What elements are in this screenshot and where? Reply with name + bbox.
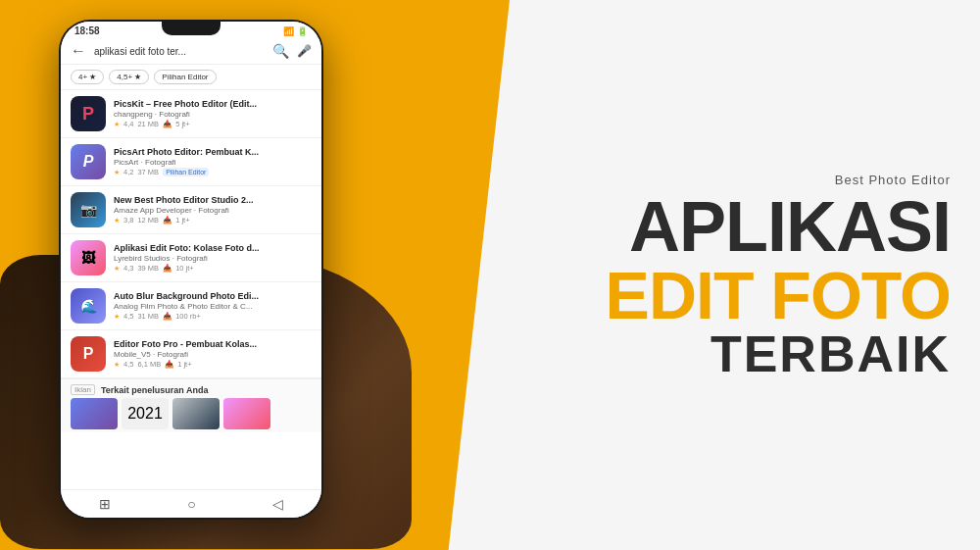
app-name: PicsArt Photo Editor: Pembuat K... <box>114 147 312 157</box>
app-icon-kolase: 🖼 <box>71 240 106 275</box>
app-name: New Best Photo Editor Studio 2... <box>114 195 312 205</box>
title-terbaik: TERBAIK <box>578 327 951 378</box>
app-list: P PicsKit – Free Photo Editor (Edit... c… <box>61 90 321 489</box>
app-developer: changpeng · Fotografi <box>114 110 312 119</box>
nav-home-button[interactable]: ○ <box>187 496 195 512</box>
app-info-autoblur: Auto Blur Background Photo Edi... Analog… <box>114 291 312 321</box>
app-stats: ★ 3,8 12 MB 📥 1 jt+ <box>114 216 312 225</box>
app-info-kolase: Aplikasi Edit Foto: Kolase Foto d... Lyr… <box>114 243 312 273</box>
navigation-bar: ⊞ ○ ◁ <box>61 489 321 518</box>
app-developer: Amaze App Developer · Fotografi <box>114 206 312 215</box>
ad-section: Iklan Terkait penelusuran Anda 2021 <box>61 378 321 432</box>
ad-thumb-1[interactable] <box>71 398 118 429</box>
signal-icon: 📶 <box>283 26 294 36</box>
app-stats: ★ 4,3 39 MB 📥 10 jt+ <box>114 264 312 273</box>
ad-thumb-2[interactable]: 2021 <box>122 398 169 429</box>
list-item[interactable]: 📷 New Best Photo Editor Studio 2... Amaz… <box>61 186 321 234</box>
phone-notch <box>162 20 220 35</box>
list-item[interactable]: 🌊 Auto Blur Background Photo Edi... Anal… <box>61 282 321 330</box>
app-icon-editor-pro: P <box>71 336 106 372</box>
app-stats: ★ 4,4 21 MB 📥 5 jt+ <box>114 120 312 128</box>
ad-thumb-4[interactable] <box>223 398 270 429</box>
app-icon-newbest: 📷 <box>71 192 106 227</box>
filter-chip-editor[interactable]: Pilihan Editor <box>154 70 216 84</box>
app-developer: Analog Film Photo & Photo Editor & C... <box>114 302 312 311</box>
subtitle-best: Best Photo Editor <box>578 172 951 186</box>
list-item[interactable]: 🖼 Aplikasi Edit Foto: Kolase Foto d... L… <box>61 234 321 282</box>
phone-screen: 18:58 📶 🔋 ← aplikasi edit foto ter... 🔍 … <box>61 22 321 518</box>
app-name: Editor Foto Pro - Pembuat Kolas... <box>114 339 312 349</box>
app-developer: Mobile_V5 · Fotografi <box>114 350 312 359</box>
app-icon-picskit: P <box>71 96 106 131</box>
title-aplikasi: APLIKASI <box>578 190 951 261</box>
phone-frame: 18:58 📶 🔋 ← aplikasi edit foto ter... 🔍 … <box>59 20 323 520</box>
filter-chips-row: 4+ ★ 4,5+ ★ Pilihan Editor <box>61 65 321 90</box>
app-name: PicsKit – Free Photo Editor (Edit... <box>114 99 312 109</box>
filter-chip-45star[interactable]: 4,5+ ★ <box>109 70 149 84</box>
app-stats: ★ 4,5 6,1 MB 📥 1 jt+ <box>114 360 312 369</box>
phone-wrapper: 18:58 📶 🔋 ← aplikasi edit foto ter... 🔍 … <box>20 20 372 539</box>
search-query-text: aplikasi edit foto ter... <box>94 46 265 57</box>
ad-title: Terkait penelusuran Anda <box>101 385 209 395</box>
search-bar[interactable]: ← aplikasi edit foto ter... 🔍 🎤 <box>61 38 321 65</box>
hero-text-block: Best Photo Editor APLIKASI EDIT FOTO TER… <box>578 172 951 378</box>
ad-label: Iklan <box>71 384 95 395</box>
ad-thumbnails: 2021 <box>71 398 312 429</box>
battery-icon: 🔋 <box>297 26 308 36</box>
nav-back-icon[interactable]: ◁ <box>272 496 283 512</box>
app-stats: ★ 4,2 37 MB Pilihan Editor <box>114 168 312 176</box>
list-item[interactable]: P Editor Foto Pro - Pembuat Kolas... Mob… <box>61 330 321 378</box>
title-edit-foto: EDIT FOTO <box>578 261 951 327</box>
nav-home-icon[interactable]: ⊞ <box>99 496 111 512</box>
back-button[interactable]: ← <box>71 42 86 60</box>
app-name: Aplikasi Edit Foto: Kolase Foto d... <box>114 243 312 253</box>
filter-chip-4star[interactable]: 4+ ★ <box>71 70 104 84</box>
status-icons: 📶 🔋 <box>283 26 308 36</box>
app-icon-autoblur: 🌊 <box>71 288 106 324</box>
list-item[interactable]: P PicsKit – Free Photo Editor (Edit... c… <box>61 90 321 138</box>
search-icon[interactable]: 🔍 <box>272 43 289 59</box>
list-item[interactable]: P PicsArt Photo Editor: Pembuat K... Pic… <box>61 138 321 186</box>
app-developer: Lyrebird Studios · Fotografi <box>114 254 312 263</box>
app-name: Auto Blur Background Photo Edi... <box>114 291 312 301</box>
app-info-editor-pro: Editor Foto Pro - Pembuat Kolas... Mobil… <box>114 339 312 369</box>
status-time: 18:58 <box>74 25 100 36</box>
mic-icon[interactable]: 🎤 <box>297 44 312 58</box>
app-info-picskit: PicsKit – Free Photo Editor (Edit... cha… <box>114 99 312 128</box>
app-info-newbest: New Best Photo Editor Studio 2... Amaze … <box>114 195 312 225</box>
app-info-picsart: PicsArt Photo Editor: Pembuat K... PicsA… <box>114 147 312 176</box>
app-icon-picsart: P <box>71 144 106 179</box>
ad-thumb-3[interactable] <box>172 398 220 429</box>
app-developer: PicsArt · Fotografi <box>114 158 312 167</box>
app-stats: ★ 4,5 31 MB 📥 100 rb+ <box>114 312 312 321</box>
